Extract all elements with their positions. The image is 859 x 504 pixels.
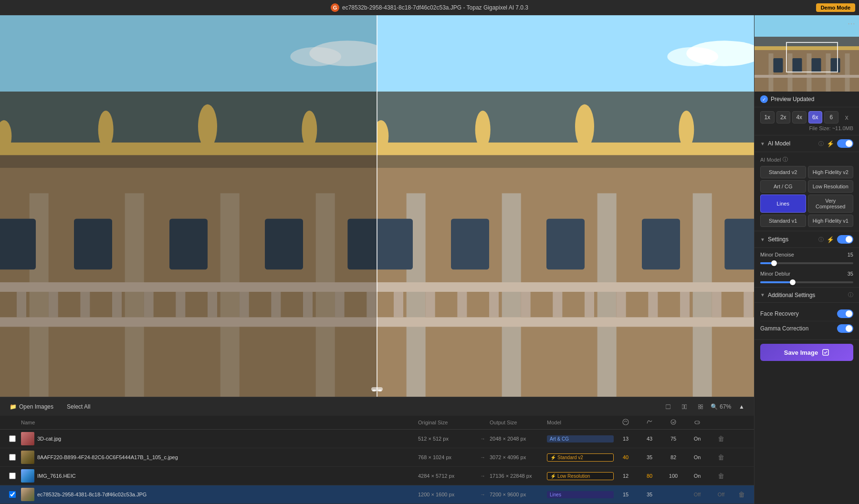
denoise-slider-track[interactable] xyxy=(760,262,853,264)
svg-point-63 xyxy=(575,104,594,149)
delete-3dcat[interactable]: 🗑 xyxy=(709,435,733,442)
delete-ec785[interactable]: 🗑 xyxy=(733,491,750,498)
checkbox-8aaff[interactable] xyxy=(4,454,21,461)
svg-point-45 xyxy=(667,47,718,66)
model-standard-v1-button[interactable]: Standard v1 xyxy=(760,215,806,227)
view-single-button[interactable] xyxy=(662,401,674,413)
delete-img7616[interactable]: 🗑 xyxy=(709,472,733,480)
svg-rect-69 xyxy=(394,292,403,317)
additional-settings-label: Additional Settings xyxy=(768,292,845,298)
denoise-slider-thumb[interactable] xyxy=(771,260,777,266)
col-output-size: Output Size xyxy=(490,420,547,425)
demo-mode-button[interactable]: Demo Mode xyxy=(816,3,855,12)
save-image-button[interactable]: Save Image xyxy=(760,344,853,361)
arrow-3dcat: → xyxy=(480,436,490,442)
scale-buttons: 1x 2x 4x 6x 6 x xyxy=(760,111,853,123)
svg-rect-77 xyxy=(648,292,658,317)
collapse-panel-button[interactable]: ▲ xyxy=(735,401,748,412)
ai-model-toggle[interactable] xyxy=(837,139,853,148)
file-row-8aaff[interactable]: 8AAFF220-B899-4F24-82C6-0C6F5444A17B_1_1… xyxy=(0,448,754,467)
additional-settings-section: Face Recovery Gamma Correction xyxy=(754,303,859,340)
v2-3dcat: 43 xyxy=(638,436,661,442)
svg-rect-83 xyxy=(377,317,754,327)
status-8aaff: On xyxy=(685,454,709,460)
file-row-ec785[interactable]: ec78532b-2958-4381-8c18-7df46c02c53a.JPG… xyxy=(0,485,754,504)
three-dots-menu[interactable]: ⋯ xyxy=(848,19,855,28)
checkbox-img7616[interactable] xyxy=(4,473,21,479)
ai-model-sub-label: AI Model ⓘ xyxy=(760,156,853,163)
thumbnail-viewport-rect[interactable] xyxy=(786,42,838,72)
select-all-label: Select All xyxy=(67,403,90,410)
settings-label: Settings xyxy=(768,236,816,243)
model-low-resolution-button[interactable]: Low Resolution xyxy=(808,180,854,193)
ai-model-sub-info[interactable]: ⓘ xyxy=(783,156,788,163)
model-high-fidelity-v2-button[interactable]: High Fidelity v2 xyxy=(808,166,854,178)
status2-ec785: Off xyxy=(709,492,733,497)
orig-size-img7616: 4284 × 5712 px xyxy=(418,473,480,479)
model-very-compressed-button[interactable]: Very Compressed xyxy=(808,195,854,213)
scale-4x-button[interactable]: 4x xyxy=(792,111,807,123)
file-row-img7616[interactable]: IMG_7616.HEIC 4284 × 5712 px → 17136 × 2… xyxy=(0,467,754,485)
col-v3 xyxy=(661,419,685,426)
additional-settings-info-icon[interactable]: ⓘ xyxy=(848,291,853,298)
filename-8aaff: 8AAFF220-B899-4F24-82C6-0C6F5444A17B_1_1… xyxy=(37,454,178,460)
face-recovery-toggle[interactable] xyxy=(837,309,853,318)
model-high-fidelity-v1-button[interactable]: High Fidelity v1 xyxy=(808,215,854,227)
file-row-3dcat[interactable]: 3D-cat.jpg 512 × 512 px → 2048 × 2048 px… xyxy=(0,430,754,448)
svg-rect-42 xyxy=(0,15,377,397)
gamma-correction-toggle[interactable] xyxy=(837,324,853,333)
scale-2x-button[interactable]: 2x xyxy=(776,111,791,123)
svg-rect-80 xyxy=(744,292,753,317)
svg-rect-49 xyxy=(377,92,754,143)
checkbox-ec785[interactable] xyxy=(4,491,21,498)
deblur-slider-fill xyxy=(760,281,793,283)
ai-model-chevron: ▼ xyxy=(760,141,765,146)
ai-model-info-icon[interactable]: ⓘ xyxy=(818,140,824,147)
deblur-slider-track[interactable] xyxy=(760,281,853,283)
model-art-cg-button[interactable]: Art / CG xyxy=(760,180,806,193)
settings-info-icon[interactable]: ⓘ xyxy=(818,236,824,243)
checkbox-3dcat[interactable] xyxy=(4,435,21,442)
gamma-correction-row: Gamma Correction xyxy=(760,321,853,336)
open-images-button[interactable]: 📁 Open Images xyxy=(6,401,57,412)
denoise-label: Minor Denoise xyxy=(760,252,838,257)
model-standard-v2-button[interactable]: Standard v2 xyxy=(760,166,806,178)
orig-size-8aaff: 768 × 1024 px xyxy=(418,454,480,460)
scale-custom-button[interactable]: 6 xyxy=(824,111,838,123)
svg-rect-59 xyxy=(642,219,680,270)
svg-rect-101 xyxy=(769,53,774,92)
zoom-indicator: 🔍 67% xyxy=(711,403,731,410)
scale-6x-button[interactable]: 6x xyxy=(808,111,823,123)
svg-rect-89 xyxy=(685,404,687,409)
svg-point-94 xyxy=(623,419,629,425)
scale-close-button[interactable]: x xyxy=(840,111,854,123)
left-panel: 📁 Open Images Select All 🔍 67% xyxy=(0,15,754,504)
view-split-button[interactable] xyxy=(678,401,691,413)
out-size-ec785: 7200 × 9600 px xyxy=(490,492,547,497)
model-lines-button[interactable]: Lines xyxy=(760,195,806,213)
model-3dcat: Art & CG xyxy=(547,435,614,442)
svg-rect-57 xyxy=(451,219,489,270)
settings-bolt-icon: ⚡ xyxy=(827,236,834,243)
face-recovery-label: Face Recovery xyxy=(760,310,837,317)
image-viewer[interactable] xyxy=(0,15,754,397)
ai-model-section: AI Model ⓘ Standard v2 High Fidelity v2 … xyxy=(754,152,859,231)
svg-rect-88 xyxy=(682,404,684,409)
status-img7616: On xyxy=(685,473,709,479)
svg-rect-78 xyxy=(680,292,690,317)
settings-toggle[interactable] xyxy=(837,235,853,244)
split-handle[interactable] xyxy=(371,387,383,391)
svg-rect-85 xyxy=(372,390,376,391)
settings-header[interactable]: ▼ Settings ⓘ ⚡ xyxy=(754,231,859,248)
select-all-button[interactable]: Select All xyxy=(63,401,94,412)
ai-model-bolt-icon: ⚡ xyxy=(827,140,834,147)
folder-icon: 📁 xyxy=(10,403,17,410)
col-status1 xyxy=(685,419,709,426)
additional-settings-header[interactable]: ▼ Additional Settings ⓘ xyxy=(754,288,859,303)
ai-model-header[interactable]: ▼ AI Model ⓘ ⚡ xyxy=(754,135,859,152)
view-grid-button[interactable] xyxy=(694,401,707,413)
scale-1x-button[interactable]: 1x xyxy=(760,111,775,123)
deblur-slider-thumb[interactable] xyxy=(790,279,796,285)
delete-8aaff[interactable]: 🗑 xyxy=(709,453,733,461)
svg-rect-48 xyxy=(377,143,754,155)
